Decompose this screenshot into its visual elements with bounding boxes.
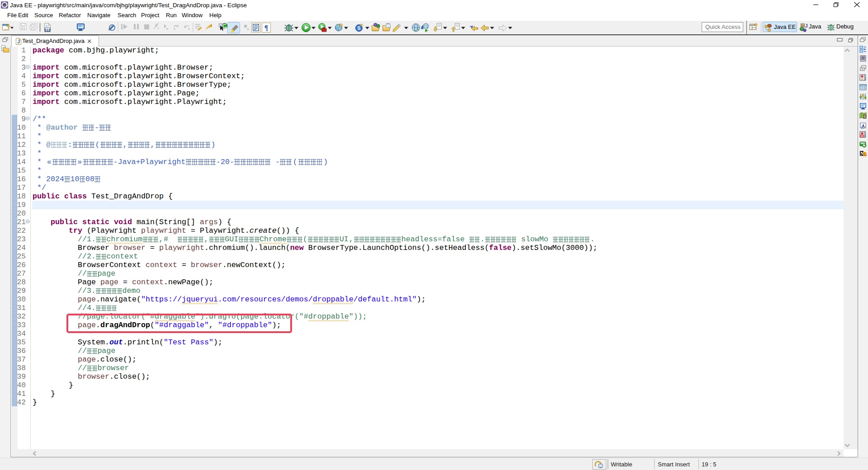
svg-text:010: 010	[44, 28, 51, 32]
svg-text:J: J	[805, 23, 808, 28]
svg-text:J: J	[17, 39, 20, 44]
svg-text:G: G	[863, 151, 867, 157]
svg-text:S: S	[357, 25, 360, 31]
svg-text:¶: ¶	[264, 24, 269, 32]
